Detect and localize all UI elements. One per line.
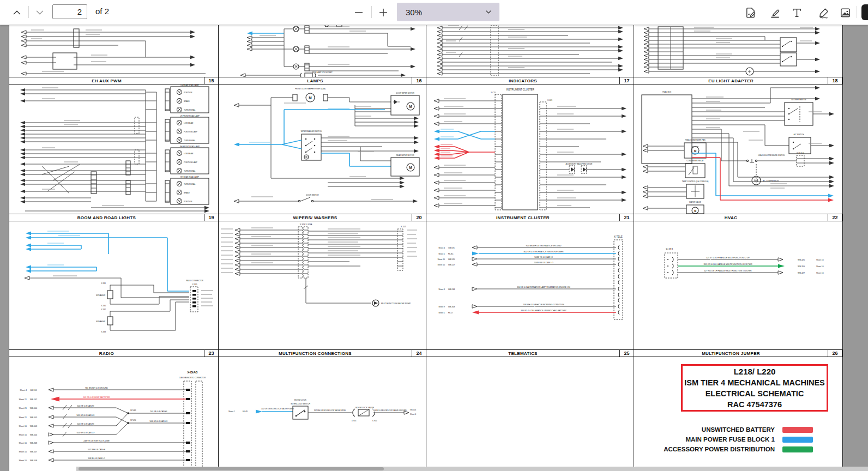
svg-text:WB-162: WB-162 <box>30 398 37 401</box>
zoom-level-dropdown[interactable]: 30% <box>397 3 499 21</box>
boom-lock-ground-label: 104 BK 0.8 BOOM LOCK VALVE GROUND <box>373 409 407 412</box>
zoom-level-value: 30% <box>406 8 484 17</box>
panel-hvac: HVAC BOX BLOWER FAN SW A/C SWITCH HVAC H… <box>634 84 842 214</box>
svg-text:LOW BEAM: LOW BEAM <box>184 153 194 155</box>
boom-lock-power-label: 102 OR 0.8 BOOM LOCK VALVE POWER <box>261 408 294 410</box>
next-page-button[interactable] <box>33 5 47 20</box>
svg-text:POSITION LAMP: POSITION LAMP <box>184 161 197 164</box>
svg-text:508 BL 0.8 CAN LO: 508 BL 0.8 CAN LO <box>88 457 105 460</box>
condenser-relay-label: CONDENSER RELAY <box>686 160 704 162</box>
svg-text:336 RD 1.0 TELEMATICS UNSWITCH: 336 RD 1.0 TELEMATICS UNSWITCHED BATTERY <box>521 310 567 312</box>
plus-icon <box>377 7 389 19</box>
svg-text:500 YE 0.8 CAN HI: 500 YE 0.8 CAN HI <box>77 405 94 407</box>
backfeed-diode-label: ACCESSORY BACKFEED DIODE <box>566 163 593 165</box>
boom-lock-ref-left: F6-4D <box>243 410 248 413</box>
svg-text:Sheet 4: Sheet 4 <box>438 247 445 249</box>
svg-text:WB-425: WB-425 <box>798 259 805 261</box>
svg-text:BRAKE: BRAKE <box>184 100 190 102</box>
washer-pump-label: FRONT DOOR WASHER PUMP (CAB) <box>295 88 326 90</box>
legend-row-main-power-fuse: MAIN POWER FUSE BLOCK 1 <box>634 436 813 443</box>
panel-radio: X-331 SPEAKER X-330 X-332 SPEAKER X-333 … <box>9 221 219 349</box>
legend-row-unswitched-battery: UNSWITCHED BATTERY <box>634 426 813 433</box>
svg-text:Sheet 10: Sheet 10 <box>437 264 445 266</box>
zoom-in-button[interactable] <box>376 5 390 20</box>
boom-lock-sheet-left: Sheet 1 <box>228 410 235 413</box>
svg-text:Sheet 10: Sheet 10 <box>19 434 27 436</box>
legend-swatch-green <box>782 446 813 452</box>
title-block-rac-number: RAC 47547376 <box>727 399 782 410</box>
multifunction-connections-schematic: X-323 X-323A X-107 MULTIFUNCTION WATER P… <box>219 221 426 349</box>
panel-wipers-washers: FRONT DOOR WASHER PUMP (CAB) M DOOR WIPE… <box>219 84 426 214</box>
svg-text:TURN SIGNAL: TURN SIGNAL <box>184 109 196 111</box>
panel-can-diagnostic: X-DIAG CAN DIAGNOSTIC CONNECTOR Sheet 4G… <box>9 357 219 471</box>
splice-sp090: SP-090 <box>130 419 136 421</box>
speaker-label-1: SPEAKER <box>96 294 105 297</box>
title-block-model: L218/ L220 <box>734 366 776 377</box>
instrument-cluster-title: INSTRUMENT CLUSTER <box>506 88 534 91</box>
title-block-machines: ISM TIER 4 MECHANICAL MACHINES <box>684 377 825 388</box>
valve-conn-a: X-905 <box>352 420 357 422</box>
svg-text:248 YE 0.8 EGR ECU K-LINE: 248 YE 0.8 EGR ECU K-LINE <box>83 440 110 442</box>
svg-text:WB-308: WB-308 <box>448 306 455 308</box>
boom-lock-switch-line2: INTERLOCK SWITCH <box>291 403 310 405</box>
svg-text:WB-359: WB-359 <box>798 265 805 268</box>
add-text-button[interactable] <box>789 5 804 20</box>
svg-text:TURN SIGNAL: TURN SIGNAL <box>184 140 196 142</box>
toolbar-divider <box>28 6 29 18</box>
previous-page-button[interactable] <box>10 5 24 20</box>
chevron-down-icon <box>484 8 493 16</box>
panel-eu-light-adapter <box>634 25 842 77</box>
panel-title-radio: RADIO23 <box>9 349 219 357</box>
svg-text:Sheet 3: Sheet 3 <box>438 288 445 291</box>
panel-title-telematics: TELEMATICS25 <box>426 349 634 357</box>
svg-text:LH REAR ROAD LAMP: LH REAR ROAD LAMP <box>180 84 198 87</box>
side-lamp-socket-label: SIDE LAMP 12V SOCKET <box>312 71 333 74</box>
horizontal-scrollbar[interactable] <box>76 467 868 471</box>
boom-lock-switch-line1: BOOM LOCK <box>294 399 306 401</box>
legend-swatch-blue <box>782 437 813 443</box>
chevron-down-icon <box>34 7 46 19</box>
panel-title-multifunction-connections: MULTIFUNCTION CONNECTIONS24 <box>219 349 426 357</box>
schematic-title-block: L218/ L220 ISM TIER 4 MECHANICAL MACHINE… <box>681 364 828 412</box>
panel-title-lamps: LAMPS16 <box>219 77 426 84</box>
svg-text:961 BK/WH 0.8 GROUND: 961 BK/WH 0.8 GROUND <box>85 387 108 389</box>
page-number-input[interactable] <box>52 4 87 19</box>
boom-lock-schematic: Sheet 1 F6-4D 102 OR 0.8 BOOM LOCK VALVE… <box>219 357 426 471</box>
svg-text:503B YE 0.8 CAN HI: 503B YE 0.8 CAN HI <box>534 256 552 258</box>
multifunction-jumper-schematic: X-113 425 VT 0.8 LH HANDLE MULTIFUNCTION… <box>634 221 842 349</box>
svg-text:F8-27: F8-27 <box>448 312 453 314</box>
svg-text:TURN SIGNAL: TURN SIGNAL <box>184 183 196 185</box>
svg-text:Sheet 10: Sheet 10 <box>19 425 27 427</box>
boom-road-lights-schematic: LH REAR ROAD LAMP POSITION BRAKE TURN SI… <box>9 84 219 214</box>
svg-text:Sheet 10: Sheet 10 <box>816 272 824 274</box>
highlight-button[interactable] <box>768 5 782 20</box>
temp-control-label: TEMP CONTROL (LH CONSOLE) <box>682 180 709 183</box>
panel-lamps: SIDE LAMP 12V SOCKET <box>219 25 426 77</box>
svg-text:M: M <box>694 149 696 153</box>
splice-sp089: SP-089 <box>130 409 136 412</box>
add-image-button[interactable] <box>838 5 852 20</box>
annotate-page-button[interactable] <box>743 5 757 20</box>
connector-xc20-label: X-C20 <box>491 92 496 94</box>
draw-button[interactable] <box>817 5 831 20</box>
svg-text:WB-248: WB-248 <box>30 442 37 444</box>
scrollbar-thumb[interactable] <box>79 467 384 470</box>
x113-connector-label: X-113 <box>666 247 673 251</box>
xtele-connector-label: X-TELE <box>614 235 623 238</box>
title-block-doc-type: ELECTRICAL SCHEMATIC <box>706 388 804 399</box>
cut-off-toolbar-button[interactable] <box>861 4 868 20</box>
valve-conn-b: X-905 <box>372 420 377 422</box>
boom-lock-valve-label: BOOM LOCK VALVE <box>355 407 374 409</box>
zoom-out-button[interactable] <box>352 5 366 20</box>
panel-title-multifunction-jumper: MULTIFUNCTION JUMPER26 <box>634 349 842 357</box>
panel-title-eu-light-adapter: EU LIGHT ADAPTER18 <box>634 77 842 84</box>
radio-connector-title: RADIO CONNECTOR <box>186 280 203 282</box>
svg-text:802 OR 0.8 TELEMATICS IGNITION: 802 OR 0.8 TELEMATICS IGNITION POWER <box>523 251 564 253</box>
connector-xc21-label: X-C21 <box>547 99 552 101</box>
page-count-label: of 2 <box>95 7 109 16</box>
svg-text:WB-520: WB-520 <box>448 258 455 261</box>
svg-text:162 RD 0.8 UNSW BATT PWR: 162 RD 0.8 UNSW BATT PWR <box>83 396 110 398</box>
blower-fan-label: BLOWER FAN SW <box>792 99 806 101</box>
panel-empty <box>426 357 634 471</box>
svg-text:Sheet 10: Sheet 10 <box>816 259 824 261</box>
